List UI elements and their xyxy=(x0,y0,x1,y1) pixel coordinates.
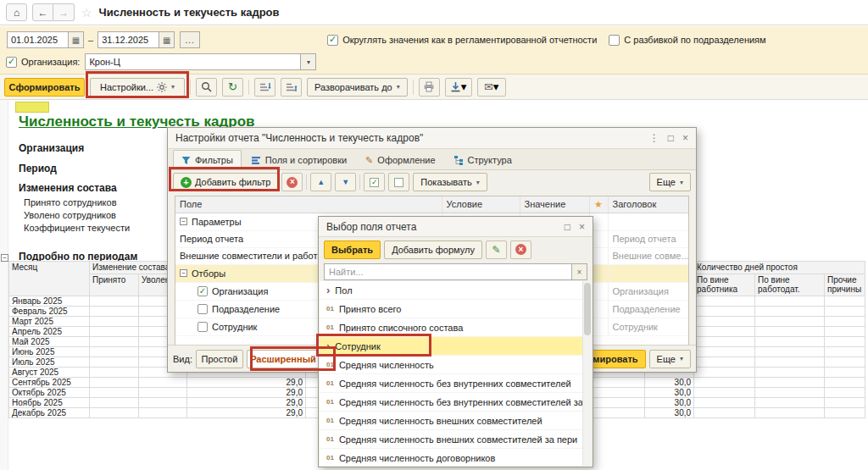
chevron-down-icon: ▾ xyxy=(461,80,467,93)
tab-fields-sorting[interactable]: Поля и сортировки xyxy=(243,150,355,169)
expand-levels-button[interactable] xyxy=(281,78,302,97)
add-filter-button[interactable]: + Добавить фильтр xyxy=(173,173,278,191)
field-chooser-toolbar: Выбрать Добавить формулу ✎ × xyxy=(319,237,593,262)
plus-icon: + xyxy=(181,177,192,188)
delete-button[interactable]: × xyxy=(510,241,531,259)
select-button[interactable]: Выбрать xyxy=(324,241,381,259)
refresh-button[interactable]: ↻ xyxy=(222,78,243,97)
col-star[interactable]: ★ xyxy=(589,196,608,213)
pencil-icon: ✎ xyxy=(492,245,500,255)
field-item[interactable]: 01Средняя численность внешних совместите… xyxy=(320,412,592,430)
check-icon: ✓ xyxy=(329,35,337,44)
settings-toolbar: + Добавить фильтр × ▲ ▼ ✓ Показывать▾ Ещ… xyxy=(168,170,696,194)
search-button[interactable] xyxy=(196,78,217,97)
generate-button[interactable]: Сформировать xyxy=(4,78,85,97)
field-item[interactable]: 01Средняя численность без внутренних сов… xyxy=(320,374,592,393)
collapse-group-icon[interactable]: − xyxy=(1,254,8,262)
edit-button[interactable]: ✎ xyxy=(486,241,507,259)
save-button[interactable]: ▾ xyxy=(445,78,472,97)
date-from-calendar-button[interactable]: ▦ xyxy=(68,31,84,48)
move-up-button[interactable]: ▲ xyxy=(310,173,331,191)
expand-chevron-icon: › xyxy=(326,340,330,351)
scrollbar[interactable] xyxy=(582,281,592,466)
dialog-titlebar[interactable]: Выбор поля отчета □ × xyxy=(319,217,593,237)
separator xyxy=(190,80,191,95)
delete-filter-button[interactable]: × xyxy=(281,173,303,191)
tab-filters[interactable]: Фильтры xyxy=(173,150,242,169)
field-item[interactable]: 01Средняя численность без внутренних сов… xyxy=(320,393,592,412)
organization-input[interactable] xyxy=(85,53,300,70)
print-button[interactable] xyxy=(419,78,440,97)
date-range-dash: – xyxy=(88,35,93,45)
scrollbar-thumb[interactable] xyxy=(584,283,591,335)
split-by-division-label: С разбивкой по подразделениям xyxy=(624,35,765,45)
field-item[interactable]: 01Средняя численность внешних совместите… xyxy=(320,430,592,449)
field-item[interactable]: 01Средняя численность договорников xyxy=(320,449,592,466)
download-icon xyxy=(450,81,461,92)
period-options-button[interactable]: ... xyxy=(180,31,200,48)
dialog-close-icon[interactable]: × xyxy=(682,133,688,143)
view-extended-button[interactable]: Расширенный xyxy=(247,350,320,368)
col-condition[interactable]: Условие xyxy=(442,196,520,213)
tab-structure[interactable]: Структура xyxy=(446,150,520,169)
date-to-calendar-button[interactable]: ▦ xyxy=(159,31,175,48)
row-checkbox[interactable] xyxy=(198,322,208,332)
uncheck-all-button[interactable] xyxy=(388,173,409,191)
refresh-icon: ↻ xyxy=(228,81,237,92)
number-field-icon: 01 xyxy=(326,379,334,387)
date-from-input[interactable] xyxy=(7,31,68,48)
home-button[interactable]: ⌂ xyxy=(6,3,27,21)
organization-checkbox[interactable]: ✓ xyxy=(6,57,17,68)
collapse-icon[interactable]: − xyxy=(180,218,187,225)
col-downtime-group: Количество дней простоя xyxy=(694,262,865,274)
view-simple-button[interactable]: Простой xyxy=(196,350,243,368)
field-list: ›Пол 01Принято всего 01Принято списочног… xyxy=(320,281,592,466)
chevron-down-icon: ▾ xyxy=(397,83,400,91)
field-item[interactable]: 01Принято списочного состава xyxy=(320,318,592,337)
check-all-button[interactable]: ✓ xyxy=(364,173,385,191)
search-input[interactable] xyxy=(324,263,572,280)
show-mode-button[interactable]: Показывать▾ xyxy=(413,173,487,191)
row-checkbox[interactable] xyxy=(198,304,208,314)
chevron-down-icon: ▾ xyxy=(493,80,499,93)
dialog-close-icon[interactable]: × xyxy=(579,222,585,232)
row-checkbox[interactable]: ✓ xyxy=(198,286,208,296)
col-field[interactable]: Поле xyxy=(175,196,442,213)
forward-icon: → xyxy=(58,7,69,19)
tab-appearance[interactable]: ✎ Оформление xyxy=(357,150,444,169)
more-button-footer[interactable]: Еще▾ xyxy=(649,350,691,368)
field-item-group[interactable]: ›Пол xyxy=(320,281,592,300)
add-formula-button[interactable]: Добавить формулу xyxy=(384,241,482,259)
organization-dropdown-button[interactable]: ▾ xyxy=(300,53,316,70)
dialog-titlebar[interactable]: Настройки отчета "Численность и текучест… xyxy=(168,128,696,149)
more-button[interactable]: Еще▾ xyxy=(649,173,691,191)
field-item-employee[interactable]: ›Сотрудник xyxy=(320,337,592,356)
chevron-down-icon: ▾ xyxy=(680,179,683,186)
clear-search-button[interactable]: × xyxy=(572,263,587,280)
split-by-division-checkbox[interactable] xyxy=(609,35,620,46)
expand-to-button[interactable]: Разворачивать до▾ xyxy=(307,78,408,97)
dialog-menu-icon[interactable]: ⋮ xyxy=(649,133,659,143)
field-item[interactable]: 01Средняя численность xyxy=(320,356,592,374)
row-header-value: Подразделение xyxy=(608,300,688,318)
settings-button[interactable]: Настройки... ▾ xyxy=(90,78,185,97)
star-icon: ★ xyxy=(594,199,603,209)
send-email-button[interactable]: ✉ ▾ xyxy=(477,78,506,97)
dialog-maximize-icon[interactable]: □ xyxy=(668,133,674,143)
forward-button[interactable]: → xyxy=(53,3,75,21)
date-to-input[interactable] xyxy=(97,31,159,48)
collapse-icon[interactable]: − xyxy=(180,269,187,277)
selected-cell-highlight[interactable] xyxy=(15,102,49,113)
back-button[interactable]: ← xyxy=(32,3,53,21)
dialog-title: Настройки отчета "Численность и текучест… xyxy=(175,132,423,144)
number-field-icon: 01 xyxy=(326,323,334,331)
field-item[interactable]: 01Принято всего xyxy=(320,300,592,318)
col-value[interactable]: Значение xyxy=(520,196,589,213)
round-values-checkbox[interactable]: ✓ xyxy=(327,35,338,46)
move-down-button[interactable]: ▼ xyxy=(335,173,356,191)
col-header[interactable]: Заголовок xyxy=(608,196,688,213)
favorite-star-icon[interactable]: ☆ xyxy=(81,6,92,19)
collapse-levels-button[interactable] xyxy=(254,78,275,97)
dialog-maximize-icon[interactable]: □ xyxy=(565,222,570,232)
uncheck-all-icon xyxy=(394,178,403,187)
